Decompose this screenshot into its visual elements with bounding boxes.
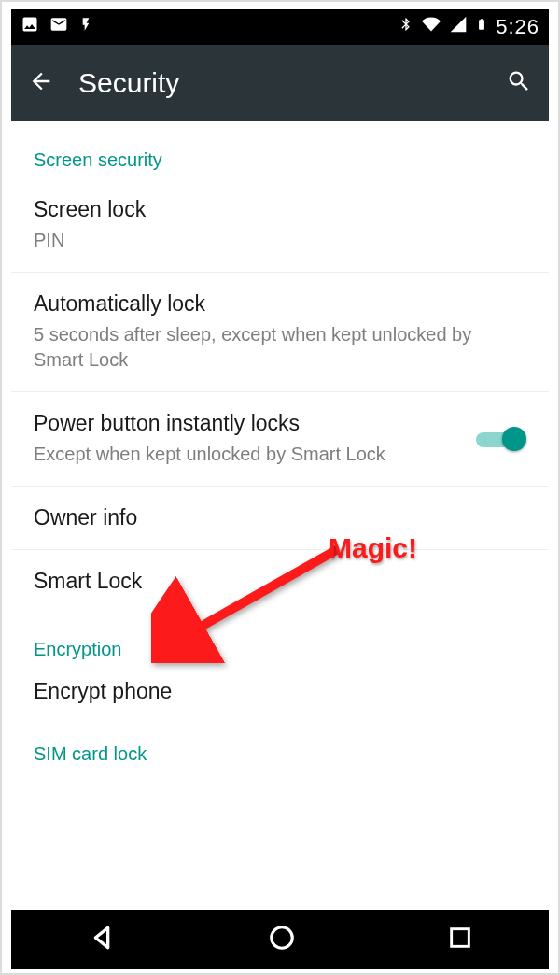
section-header-encryption: Encryption	[11, 613, 549, 668]
row-smart-lock[interactable]: Smart Lock	[11, 550, 549, 613]
svg-rect-2	[452, 929, 469, 947]
section-header-screen-security: Screen security	[11, 121, 549, 178]
row-subtitle: PIN	[34, 228, 526, 253]
image-icon	[21, 15, 39, 39]
nav-recent-button[interactable]	[447, 925, 473, 954]
navigation-bar	[11, 910, 549, 969]
row-title: Screen lock	[34, 197, 526, 222]
row-title: Automatically lock	[34, 291, 526, 317]
row-subtitle: 5 seconds after sleep, except when kept …	[34, 322, 526, 373]
row-subtitle: Except when kept unlocked by Smart Lock	[34, 442, 476, 467]
row-automatically-lock[interactable]: Automatically lock 5 seconds after sleep…	[11, 273, 549, 392]
row-title: Owner info	[34, 505, 526, 530]
battery-icon	[475, 14, 488, 40]
back-button[interactable]	[28, 68, 54, 98]
section-header-sim-lock: SIM card lock	[11, 723, 549, 772]
wifi-icon	[421, 15, 441, 39]
signal-icon	[449, 15, 468, 39]
toggle-power-button-locks[interactable]	[476, 425, 526, 453]
status-bar: 5:26	[11, 9, 549, 45]
row-screen-lock[interactable]: Screen lock PIN	[11, 178, 549, 273]
row-power-button-locks[interactable]: Power button instantly locks Except when…	[11, 392, 549, 487]
row-owner-info[interactable]: Owner info	[11, 487, 549, 550]
row-title: Encrypt phone	[34, 679, 526, 704]
row-encrypt-phone[interactable]: Encrypt phone	[11, 668, 549, 723]
search-button[interactable]	[506, 68, 532, 98]
row-title: Power button instantly locks	[34, 411, 476, 436]
mail-icon	[49, 15, 69, 39]
settings-list[interactable]: Screen security Screen lock PIN Automati…	[11, 121, 549, 910]
nav-back-button[interactable]	[87, 923, 117, 956]
page-title: Security	[78, 67, 179, 99]
bluetooth-icon	[399, 14, 413, 40]
row-title: Smart Lock	[34, 569, 526, 594]
flash-icon	[78, 15, 93, 39]
app-bar: Security	[11, 45, 549, 121]
status-clock: 5:26	[496, 15, 539, 39]
nav-home-button[interactable]	[268, 924, 296, 955]
svg-point-1	[272, 927, 293, 949]
